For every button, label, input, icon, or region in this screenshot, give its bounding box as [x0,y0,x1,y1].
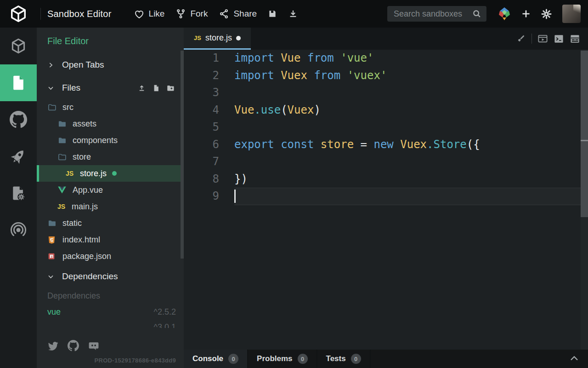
search-box[interactable] [387,6,486,22]
dependencies-section[interactable]: Dependencies [37,270,184,283]
browser-preview-icon[interactable] [537,34,548,44]
file-tree: srcassetscomponentsstoreJSstore.jsApp.vu… [37,99,184,264]
tree-item-package.json[interactable]: package.json [37,248,184,264]
search-icon [472,9,482,19]
sandbox-title: Sandbox Editor [47,9,112,19]
tree-item-App.vue[interactable]: App.vue [37,182,184,198]
dependency-row-clipped[interactable]: ^3.0.1 [47,322,176,328]
discord-icon[interactable] [88,340,100,351]
user-avatar[interactable] [562,5,581,23]
tab-store-js[interactable]: JS store.js [184,28,251,50]
code-token: ) [314,104,320,116]
download-button[interactable] [288,9,298,19]
upload-icon[interactable] [137,84,146,92]
expand-panel-button[interactable] [569,353,580,364]
new-folder-icon[interactable] [166,84,175,92]
js-icon: JS [66,170,76,177]
files-section[interactable]: Files [37,81,184,94]
codesandbox-logo[interactable] [0,5,37,23]
code-line-9[interactable] [234,188,581,205]
tree-item-index.html[interactable]: index.html [37,231,184,248]
code-line-8[interactable]: }) [234,171,581,188]
build-id: PROD-1529178686-e843dd9 [95,357,176,364]
fork-button[interactable]: Fork [175,8,208,19]
folder-icon [57,136,67,145]
activity-sandbox[interactable] [0,28,37,64]
code-token: ({ [467,138,480,151]
share-button[interactable]: Share [219,8,257,19]
like-button[interactable]: Like [134,8,165,19]
chevron-down-icon [47,85,55,92]
tree-item-label: static [62,218,82,228]
tree-item-assets[interactable]: assets [37,115,184,132]
tree-item-store[interactable]: store [37,149,184,165]
code-token: .Store [427,138,467,151]
new-file-icon[interactable] [152,84,160,92]
activity-github[interactable] [0,101,37,138]
folder-open-icon [47,103,57,112]
search-input[interactable] [394,9,472,19]
console-view-icon[interactable] [554,34,564,44]
code-editor[interactable]: 123456789 import Vue from 'vue'import Vu… [184,50,581,350]
line-number: 3 [184,84,219,102]
code-token: store [321,138,354,151]
line-number-gutter: 123456789 [184,50,234,350]
panel-tab-console[interactable]: Console 0 [184,350,248,368]
code-line-7[interactable] [234,153,581,171]
tree-item-store.js[interactable]: JSstore.js [37,165,184,182]
code-content[interactable]: import Vue from 'vue'import Vuex from 'v… [234,50,581,350]
tree-item-main.js[interactable]: JSmain.js [37,198,184,215]
chevron-right-icon [47,62,55,69]
layout-view-icon[interactable] [570,34,580,44]
activity-server-config[interactable] [0,175,37,212]
editor-scrollbar-thumb[interactable] [581,51,588,217]
activity-live[interactable] [0,212,37,248]
github-icon[interactable] [68,340,79,351]
topbar-right [387,5,581,23]
top-bar: Sandbox Editor Like Fork [0,0,588,28]
activity-file-editor[interactable] [0,64,37,101]
files-label: Files [62,83,80,93]
code-line-2[interactable]: import Vuex from 'vuex' [234,67,581,85]
new-sandbox-button[interactable] [520,8,531,19]
line-number: 2 [184,67,219,85]
panel-tab-tests[interactable]: Tests 0 [317,350,371,368]
tree-item-label: components [73,136,118,145]
code-line-5[interactable] [234,119,581,136]
codesandbox-editor: Sandbox Editor Like Fork [0,0,588,368]
code-token: from [301,52,341,64]
vue-icon [57,185,67,195]
save-icon [268,9,277,18]
settings-button[interactable] [541,8,552,20]
code-line-1[interactable]: import Vue from 'vue' [234,50,581,67]
code-token: Vuex [400,138,427,151]
open-tabs-section[interactable]: Open Tabs [37,58,184,71]
panel-tab-problems[interactable]: Problems 0 [248,350,317,368]
code-token: export [234,138,281,151]
fork-icon [175,8,186,19]
dependency-row[interactable]: vue ^2.5.2 [47,307,176,317]
tree-item-label: store [73,152,91,162]
activity-deployment[interactable] [0,138,37,175]
tree-item-src[interactable]: src [37,99,184,115]
code-token: Vue [234,104,254,116]
prettify-brush-icon[interactable] [515,34,526,44]
code-line-4[interactable]: Vue.use(Vuex) [234,102,581,119]
chevron-down-icon [47,273,55,280]
fork-label: Fork [190,9,208,19]
twitter-icon[interactable] [47,340,59,351]
tree-item-label: index.html [62,235,100,245]
tree-item-components[interactable]: components [37,132,184,149]
patron-badge-icon[interactable] [498,6,511,21]
tree-item-label: assets [73,119,96,129]
bottom-panel-bar: Console 0 Problems 0 Tests 0 [184,350,588,368]
tree-item-static[interactable]: static [37,215,184,231]
line-number: 8 [184,171,219,188]
save-button[interactable] [268,9,277,18]
code-line-3[interactable] [234,84,581,102]
explorer-scrollbar[interactable] [181,51,184,259]
dependency-version: ^3.0.1 [154,322,176,328]
code-line-6[interactable]: export const store = new Vuex.Store({ [234,136,581,154]
js-icon: JS [57,203,68,210]
editor-region: JS store.js [184,28,588,368]
